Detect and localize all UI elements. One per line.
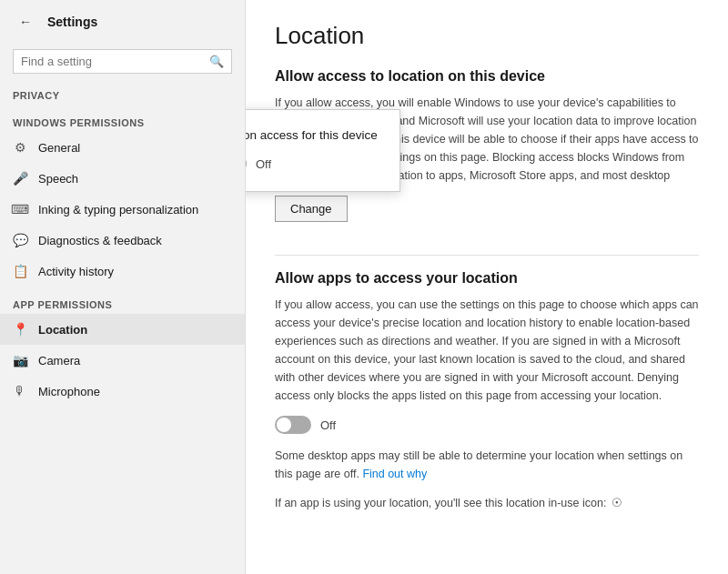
sidebar-item-activity[interactable]: 📋 Activity history — [0, 256, 245, 287]
popup-title: Location access for this device — [246, 128, 378, 142]
device-location-toggle[interactable] — [246, 155, 247, 173]
sidebar-item-diagnostics[interactable]: 💬 Diagnostics & feedback — [0, 225, 245, 256]
location-in-use-icon: ☉ — [612, 494, 622, 512]
location-icon-row: If an app is using your location, you'll… — [275, 494, 699, 512]
section2-text: If you allow access, you can use the set… — [275, 296, 699, 405]
sidebar-item-label: General — [38, 141, 80, 155]
sidebar-item-label: Activity history — [38, 265, 114, 278]
apps-location-toggle[interactable] — [275, 416, 311, 434]
popup-toggle-label: Off — [256, 157, 271, 171]
app-title: Settings — [47, 15, 97, 29]
privacy-section-label: Privacy — [0, 83, 245, 105]
sidebar: ← Settings 🔍 Privacy Windows permissions… — [0, 0, 246, 574]
page-title: Location — [275, 22, 699, 50]
sidebar-item-label: Inking & typing personalization — [38, 203, 198, 217]
section1-title: Allow access to location on this device — [275, 68, 699, 85]
some-apps-text: Some desktop apps may still be able to d… — [275, 447, 699, 483]
sidebar-item-label: Location — [38, 323, 87, 337]
location-icon: 📍 — [13, 322, 27, 337]
main-content: Location access for this device Off Loca… — [246, 0, 728, 574]
sidebar-item-inking[interactable]: ⌨ Inking & typing personalization — [0, 194, 245, 225]
sidebar-item-location[interactable]: 📍 Location — [0, 314, 245, 345]
popup-toggle-row: Off — [246, 155, 378, 173]
change-button[interactable]: Change — [275, 196, 348, 222]
divider — [275, 255, 699, 256]
sidebar-item-label: Diagnostics & feedback — [38, 234, 162, 247]
sidebar-item-camera[interactable]: 📷 Camera — [0, 345, 245, 376]
sidebar-item-general[interactable]: ⚙ General — [0, 132, 245, 163]
activity-icon: 📋 — [13, 264, 27, 278]
speech-icon: 🎤 — [13, 171, 27, 186]
sidebar-header: ← Settings — [0, 0, 245, 44]
microphone-icon: 🎙 — [13, 384, 27, 398]
diagnostics-icon: 💬 — [13, 233, 27, 247]
apps-location-toggle-row: Off — [275, 416, 699, 434]
general-icon: ⚙ — [13, 140, 27, 155]
section2-title: Allow apps to access your location — [275, 270, 699, 287]
inking-icon: ⌨ — [13, 202, 27, 217]
app-permissions-label: App permissions — [0, 287, 245, 314]
sidebar-item-label: Microphone — [38, 385, 100, 398]
sidebar-item-label: Speech — [38, 172, 78, 186]
search-box[interactable]: 🔍 — [13, 49, 232, 74]
back-button[interactable]: ← — [13, 9, 38, 35]
search-icon: 🔍 — [209, 55, 224, 68]
windows-permissions-label: Windows permissions — [0, 105, 245, 132]
camera-icon: 📷 — [13, 353, 27, 368]
sidebar-item-label: Camera — [38, 354, 80, 368]
sidebar-item-microphone[interactable]: 🎙 Microphone — [0, 376, 245, 407]
search-input[interactable] — [21, 55, 204, 68]
sidebar-item-speech[interactable]: 🎤 Speech — [0, 163, 245, 194]
find-out-link[interactable]: Find out why — [362, 468, 427, 480]
apps-toggle-label: Off — [320, 418, 336, 432]
location-device-popup: Location access for this device Off — [246, 109, 400, 192]
